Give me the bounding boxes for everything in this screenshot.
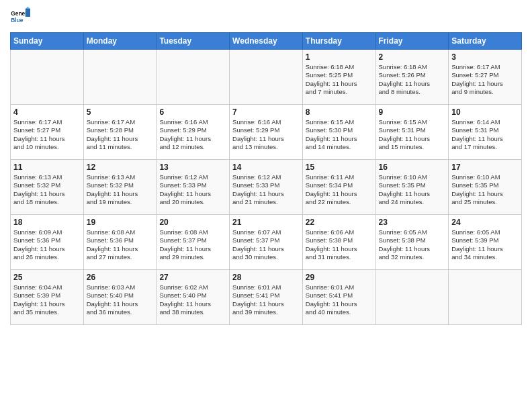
week-row-5: 25Sunrise: 6:04 AM Sunset: 5:39 PM Dayli… <box>11 270 522 325</box>
day-info: Sunrise: 6:12 AM Sunset: 5:33 PM Dayligh… <box>232 173 300 206</box>
calendar-cell <box>449 270 522 325</box>
day-number: 24 <box>451 218 519 227</box>
day-number: 9 <box>379 107 446 117</box>
calendar-cell: 14Sunrise: 6:12 AM Sunset: 5:33 PM Dayli… <box>230 160 303 215</box>
day-info: Sunrise: 6:17 AM Sunset: 5:27 PM Dayligh… <box>13 118 81 151</box>
day-info: Sunrise: 6:05 AM Sunset: 5:39 PM Dayligh… <box>451 228 519 261</box>
day-number: 17 <box>451 163 519 172</box>
calendar-cell: 11Sunrise: 6:13 AM Sunset: 5:32 PM Dayli… <box>11 160 84 215</box>
svg-marker-3 <box>26 7 30 9</box>
calendar-cell: 1Sunrise: 6:18 AM Sunset: 5:25 PM Daylig… <box>302 50 375 105</box>
day-number: 12 <box>87 163 154 172</box>
calendar-cell: 13Sunrise: 6:12 AM Sunset: 5:33 PM Dayli… <box>157 160 230 215</box>
calendar-cell <box>157 50 230 105</box>
week-row-3: 11Sunrise: 6:13 AM Sunset: 5:32 PM Dayli… <box>11 160 522 215</box>
calendar-cell: 28Sunrise: 6:01 AM Sunset: 5:41 PM Dayli… <box>230 270 303 325</box>
calendar-cell: 6Sunrise: 6:16 AM Sunset: 5:29 PM Daylig… <box>157 105 230 160</box>
day-number: 23 <box>379 218 446 227</box>
calendar-cell: 12Sunrise: 6:13 AM Sunset: 5:32 PM Dayli… <box>83 160 157 215</box>
day-number: 27 <box>159 273 226 282</box>
day-number: 13 <box>159 163 226 172</box>
weekday-header-thursday: Thursday <box>302 33 375 50</box>
day-info: Sunrise: 6:17 AM Sunset: 5:28 PM Dayligh… <box>87 118 154 151</box>
weekday-header-tuesday: Tuesday <box>157 33 230 50</box>
day-info: Sunrise: 6:15 AM Sunset: 5:31 PM Dayligh… <box>379 118 446 151</box>
calendar-cell: 10Sunrise: 6:14 AM Sunset: 5:31 PM Dayli… <box>449 105 522 160</box>
week-row-2: 4Sunrise: 6:17 AM Sunset: 5:27 PM Daylig… <box>11 105 522 160</box>
day-info: Sunrise: 6:14 AM Sunset: 5:31 PM Dayligh… <box>451 118 519 151</box>
day-info: Sunrise: 6:17 AM Sunset: 5:27 PM Dayligh… <box>451 63 519 96</box>
day-info: Sunrise: 6:02 AM Sunset: 5:40 PM Dayligh… <box>159 283 226 316</box>
day-number: 18 <box>13 218 81 227</box>
day-number: 6 <box>159 107 226 117</box>
calendar-cell: 16Sunrise: 6:10 AM Sunset: 5:35 PM Dayli… <box>375 160 449 215</box>
generalblue-icon: General Blue <box>10 7 30 27</box>
weekday-header-row: SundayMondayTuesdayWednesdayThursdayFrid… <box>11 33 522 50</box>
day-number: 7 <box>232 107 300 117</box>
calendar-cell: 18Sunrise: 6:09 AM Sunset: 5:36 PM Dayli… <box>11 215 84 270</box>
calendar-cell: 4Sunrise: 6:17 AM Sunset: 5:27 PM Daylig… <box>11 105 84 160</box>
day-number: 1 <box>306 52 373 62</box>
day-number: 25 <box>13 273 81 282</box>
calendar-cell: 3Sunrise: 6:17 AM Sunset: 5:27 PM Daylig… <box>449 50 522 105</box>
day-number: 20 <box>159 218 226 227</box>
day-info: Sunrise: 6:15 AM Sunset: 5:30 PM Dayligh… <box>306 118 373 151</box>
day-number: 21 <box>232 218 300 227</box>
day-info: Sunrise: 6:18 AM Sunset: 5:26 PM Dayligh… <box>379 63 446 96</box>
day-info: Sunrise: 6:07 AM Sunset: 5:37 PM Dayligh… <box>232 228 300 261</box>
day-number: 19 <box>87 218 154 227</box>
day-info: Sunrise: 6:05 AM Sunset: 5:38 PM Dayligh… <box>379 228 446 261</box>
calendar-cell: 26Sunrise: 6:03 AM Sunset: 5:40 PM Dayli… <box>83 270 157 325</box>
calendar-cell <box>230 50 303 105</box>
day-info: Sunrise: 6:03 AM Sunset: 5:40 PM Dayligh… <box>87 283 154 316</box>
page: General Blue SundayMondayTuesdayWednesda… <box>0 0 532 332</box>
calendar-table: SundayMondayTuesdayWednesdayThursdayFrid… <box>10 32 522 325</box>
day-number: 28 <box>232 273 300 282</box>
day-number: 11 <box>13 163 81 172</box>
calendar-cell: 7Sunrise: 6:16 AM Sunset: 5:29 PM Daylig… <box>230 105 303 160</box>
day-info: Sunrise: 6:09 AM Sunset: 5:36 PM Dayligh… <box>13 228 81 261</box>
calendar-cell: 19Sunrise: 6:08 AM Sunset: 5:36 PM Dayli… <box>83 215 157 270</box>
weekday-header-monday: Monday <box>83 33 157 50</box>
day-number: 8 <box>306 107 373 117</box>
day-info: Sunrise: 6:11 AM Sunset: 5:34 PM Dayligh… <box>306 173 373 206</box>
calendar-cell: 15Sunrise: 6:11 AM Sunset: 5:34 PM Dayli… <box>302 160 375 215</box>
day-info: Sunrise: 6:12 AM Sunset: 5:33 PM Dayligh… <box>159 173 226 206</box>
day-number: 22 <box>306 218 373 227</box>
calendar-cell: 25Sunrise: 6:04 AM Sunset: 5:39 PM Dayli… <box>11 270 84 325</box>
header-area: General Blue <box>10 7 522 27</box>
calendar-cell: 2Sunrise: 6:18 AM Sunset: 5:26 PM Daylig… <box>375 50 449 105</box>
weekday-header-wednesday: Wednesday <box>230 33 303 50</box>
week-row-1: 1Sunrise: 6:18 AM Sunset: 5:25 PM Daylig… <box>11 50 522 105</box>
day-number: 16 <box>379 163 446 172</box>
day-info: Sunrise: 6:06 AM Sunset: 5:38 PM Dayligh… <box>306 228 373 261</box>
calendar-cell: 5Sunrise: 6:17 AM Sunset: 5:28 PM Daylig… <box>83 105 157 160</box>
calendar-cell: 29Sunrise: 6:01 AM Sunset: 5:41 PM Dayli… <box>302 270 375 325</box>
day-info: Sunrise: 6:04 AM Sunset: 5:39 PM Dayligh… <box>13 283 81 316</box>
day-number: 3 <box>451 52 519 62</box>
day-info: Sunrise: 6:08 AM Sunset: 5:36 PM Dayligh… <box>87 228 154 261</box>
day-info: Sunrise: 6:01 AM Sunset: 5:41 PM Dayligh… <box>306 283 373 316</box>
calendar-cell: 17Sunrise: 6:10 AM Sunset: 5:35 PM Dayli… <box>449 160 522 215</box>
weekday-header-sunday: Sunday <box>11 33 84 50</box>
day-number: 15 <box>306 163 373 172</box>
day-info: Sunrise: 6:01 AM Sunset: 5:41 PM Dayligh… <box>232 283 300 316</box>
calendar-cell: 8Sunrise: 6:15 AM Sunset: 5:30 PM Daylig… <box>302 105 375 160</box>
day-info: Sunrise: 6:10 AM Sunset: 5:35 PM Dayligh… <box>379 173 446 206</box>
day-number: 29 <box>306 273 373 282</box>
calendar-cell: 20Sunrise: 6:08 AM Sunset: 5:37 PM Dayli… <box>157 215 230 270</box>
day-number: 26 <box>87 273 154 282</box>
calendar-cell: 22Sunrise: 6:06 AM Sunset: 5:38 PM Dayli… <box>302 215 375 270</box>
calendar-cell <box>11 50 84 105</box>
day-info: Sunrise: 6:16 AM Sunset: 5:29 PM Dayligh… <box>232 118 300 151</box>
calendar-cell <box>375 270 449 325</box>
svg-text:Blue: Blue <box>11 17 24 24</box>
day-info: Sunrise: 6:13 AM Sunset: 5:32 PM Dayligh… <box>13 173 81 206</box>
day-info: Sunrise: 6:13 AM Sunset: 5:32 PM Dayligh… <box>87 173 154 206</box>
day-number: 14 <box>232 163 300 172</box>
calendar-cell: 21Sunrise: 6:07 AM Sunset: 5:37 PM Dayli… <box>230 215 303 270</box>
logo: General Blue <box>10 7 33 27</box>
weekday-header-friday: Friday <box>375 33 449 50</box>
day-number: 4 <box>13 107 81 117</box>
day-number: 10 <box>451 107 519 117</box>
